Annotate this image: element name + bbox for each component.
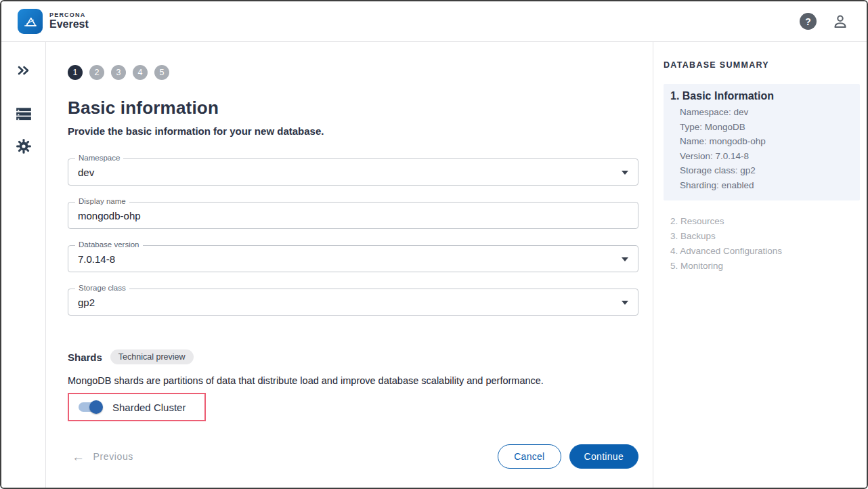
step-4[interactable]: 4 <box>133 65 148 80</box>
namespace-value: dev <box>68 167 94 178</box>
databases-icon[interactable] <box>10 100 37 127</box>
top-bar: PERCONA Everest ? <box>1 1 867 42</box>
summary-item-type: Type: MongoDB <box>670 120 854 135</box>
storage-class-label: Storage class <box>75 284 129 292</box>
help-icon[interactable]: ? <box>800 13 817 30</box>
dropdown-caret-icon <box>622 257 628 261</box>
display-name-field[interactable]: Display name <box>68 202 638 229</box>
step-2[interactable]: 2 <box>89 65 104 80</box>
storage-class-select[interactable]: Storage class gp2 <box>68 289 638 316</box>
summary-title: DATABASE SUMMARY <box>664 60 859 70</box>
toggle-thumb <box>89 400 103 414</box>
previous-label: Previous <box>93 451 133 462</box>
arrow-left-icon: ← <box>72 450 85 463</box>
display-name-label: Display name <box>75 197 129 205</box>
expand-sidebar-icon[interactable] <box>10 57 37 84</box>
settings-gear-icon[interactable] <box>10 133 37 160</box>
everest-logo-icon <box>18 9 43 34</box>
help-glyph: ? <box>805 16 811 27</box>
app-window: PERCONA Everest ? <box>0 0 868 489</box>
database-version-label: Database version <box>75 240 143 249</box>
technical-preview-badge: Technical preview <box>110 349 194 364</box>
namespace-label: Namespace <box>75 154 123 162</box>
database-version-select[interactable]: Database version 7.0.14-8 <box>68 245 638 272</box>
left-nav-rail <box>1 42 46 488</box>
annotation-highlight: Sharded Cluster <box>68 393 206 421</box>
user-profile-icon[interactable] <box>831 13 849 30</box>
summary-item-storage-class: Storage class: gp2 <box>670 163 854 178</box>
sharded-cluster-label: Sharded Cluster <box>112 402 186 413</box>
summary-section-resources: 2. Resources <box>670 214 859 229</box>
summary-basic-info-card: 1. Basic Information Namespace: dev Type… <box>664 84 860 200</box>
brand-logo[interactable]: PERCONA Everest <box>18 9 89 34</box>
page-subtitle: Provide the basic information for your n… <box>68 125 636 137</box>
step-indicator: 1 2 3 4 5 <box>68 65 636 80</box>
display-name-input[interactable] <box>68 203 638 228</box>
summary-item-namespace: Namespace: dev <box>670 105 854 120</box>
database-summary-panel: DATABASE SUMMARY 1. Basic Information Na… <box>653 42 867 488</box>
step-1[interactable]: 1 <box>68 65 83 80</box>
brand-name-everest: Everest <box>49 19 89 30</box>
shards-title: Shards <box>68 352 102 363</box>
wizard-footer: ← Previous Cancel Continue <box>68 444 638 469</box>
sharded-cluster-toggle[interactable] <box>77 400 103 414</box>
dropdown-caret-icon <box>622 171 628 175</box>
shards-description: MongoDB shards are partitions of data th… <box>68 375 636 386</box>
summary-section-title: 1. Basic Information <box>670 90 854 102</box>
summary-item-version: Version: 7.0.14-8 <box>670 149 854 164</box>
previous-button[interactable]: ← Previous <box>68 450 133 463</box>
summary-item-name: Name: mongodb-ohp <box>670 134 854 149</box>
page-title: Basic information <box>68 98 636 119</box>
database-version-value: 7.0.14-8 <box>68 253 115 265</box>
summary-section-backups: 3. Backups <box>670 229 859 244</box>
dropdown-caret-icon <box>622 301 628 305</box>
summary-section-advanced-configurations: 4. Advanced Configurations <box>670 244 859 259</box>
storage-class-value: gp2 <box>68 297 95 308</box>
cancel-button[interactable]: Cancel <box>498 444 561 469</box>
continue-button[interactable]: Continue <box>569 444 638 469</box>
summary-section-monitoring: 5. Monitoring <box>670 259 859 274</box>
step-3[interactable]: 3 <box>111 65 126 80</box>
summary-pending-sections: 2. Resources 3. Backups 4. Advanced Conf… <box>664 214 859 274</box>
shards-section: Shards Technical preview MongoDB shards … <box>68 349 636 421</box>
step-5[interactable]: 5 <box>154 65 169 80</box>
namespace-select[interactable]: Namespace dev <box>68 158 638 186</box>
wizard-main: 1 2 3 4 5 Basic information Provide the … <box>46 42 653 488</box>
summary-item-sharding: Sharding: enabled <box>670 178 854 193</box>
